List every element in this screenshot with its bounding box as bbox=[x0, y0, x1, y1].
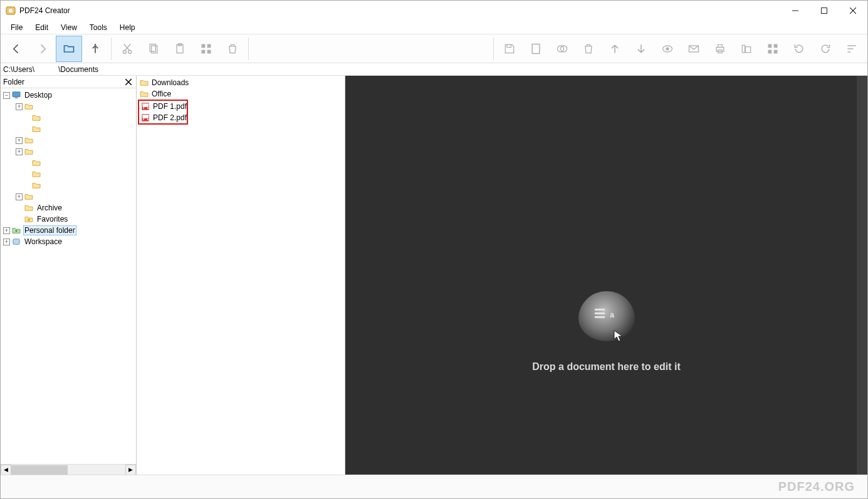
main-area: Folder − Desktop + + + + + + + + + + bbox=[1, 76, 867, 475]
collapse-icon[interactable]: − bbox=[3, 92, 10, 99]
desktop-icon bbox=[11, 91, 21, 100]
pdf-icon: PDF bbox=[140, 102, 150, 111]
brand-link[interactable]: PDF24.ORG bbox=[778, 480, 855, 494]
fax-button[interactable] bbox=[733, 36, 760, 62]
folder-tree-pane: Folder − Desktop + + + + + + + + + + bbox=[1, 76, 137, 475]
expand-icon[interactable]: + bbox=[16, 103, 23, 110]
forward-button[interactable] bbox=[29, 36, 56, 62]
tree-node-archive[interactable]: + Archive bbox=[1, 202, 136, 213]
tree-node-unnamed[interactable]: + bbox=[1, 168, 136, 180]
file-list-item-pdf2[interactable]: PDF PDF 2.pdf bbox=[139, 112, 187, 123]
svg-rect-28 bbox=[745, 46, 750, 52]
preview-vertical-scrollbar[interactable] bbox=[857, 76, 867, 475]
move-up-button[interactable] bbox=[602, 36, 628, 62]
expand-icon[interactable]: + bbox=[16, 148, 23, 155]
tree-node-unnamed[interactable]: + bbox=[1, 146, 136, 157]
toolbar bbox=[1, 34, 867, 63]
tree-node-unnamed[interactable]: + bbox=[1, 112, 136, 123]
preview-button[interactable] bbox=[654, 36, 681, 62]
back-button[interactable] bbox=[3, 36, 29, 62]
file-list-folder[interactable]: Office bbox=[138, 88, 343, 100]
folder-icon bbox=[31, 113, 41, 122]
up-folder-button[interactable] bbox=[82, 36, 108, 62]
tree-label: Desktop bbox=[23, 91, 53, 100]
tree-node-unnamed[interactable]: + bbox=[1, 157, 136, 168]
menu-help[interactable]: Help bbox=[113, 22, 142, 33]
tree-node-workspace[interactable]: + Workspace bbox=[1, 236, 136, 247]
tree-node-unnamed[interactable]: + bbox=[1, 191, 136, 202]
thumbnails-button[interactable] bbox=[193, 36, 219, 62]
status-bar: PDF24.ORG bbox=[1, 475, 867, 498]
svg-rect-14 bbox=[207, 44, 211, 48]
copy-button[interactable] bbox=[140, 36, 167, 62]
open-folder-button[interactable] bbox=[56, 36, 82, 62]
scroll-right-button[interactable]: ▶ bbox=[125, 465, 136, 475]
file-name: Downloads bbox=[152, 78, 189, 87]
file-list-item-pdf1[interactable]: PDF PDF 1.pdf bbox=[139, 101, 187, 112]
save-button[interactable] bbox=[496, 36, 523, 62]
title-bar: PDF24 Creator bbox=[1, 1, 867, 21]
path-bar[interactable]: C:\Users\ \Documents bbox=[1, 63, 867, 76]
new-blank-button[interactable] bbox=[523, 36, 549, 62]
svg-rect-31 bbox=[768, 49, 772, 53]
svg-rect-13 bbox=[202, 44, 206, 48]
sort-button[interactable] bbox=[839, 36, 865, 62]
expand-icon[interactable]: + bbox=[16, 193, 23, 200]
svg-text:PDF: PDF bbox=[143, 115, 150, 121]
star-folder-icon bbox=[24, 215, 34, 224]
scroll-left-button[interactable]: ◀ bbox=[1, 465, 11, 475]
print-button[interactable] bbox=[707, 36, 733, 62]
delete-button[interactable] bbox=[219, 36, 246, 62]
rotate-right-button[interactable] bbox=[812, 36, 839, 62]
menu-edit[interactable]: Edit bbox=[29, 22, 55, 33]
paste-button[interactable] bbox=[167, 36, 193, 62]
maximize-button[interactable] bbox=[810, 1, 839, 21]
folder-icon bbox=[24, 102, 34, 111]
cut-button[interactable] bbox=[114, 36, 140, 62]
tree-node-personal-folder[interactable]: + Personal folder bbox=[1, 225, 136, 236]
folder-icon bbox=[24, 203, 34, 212]
svg-rect-18 bbox=[532, 44, 540, 53]
folder-icon bbox=[24, 147, 34, 156]
folder-tree-header: Folder bbox=[1, 76, 136, 88]
folder-tree-title: Folder bbox=[3, 78, 123, 86]
scroll-thumb[interactable] bbox=[11, 465, 68, 475]
tree-node-unnamed[interactable]: + bbox=[1, 123, 136, 135]
svg-point-7 bbox=[123, 50, 126, 53]
path-left: C:\Users\ bbox=[3, 65, 34, 74]
menu-view[interactable]: View bbox=[55, 22, 83, 33]
tree-node-unnamed[interactable]: + bbox=[1, 135, 136, 146]
file-list-folder[interactable]: Downloads bbox=[138, 77, 343, 88]
preview-drop-zone[interactable]: a Drop a document here to edit it bbox=[345, 76, 867, 475]
tree-horizontal-scrollbar[interactable]: ◀ ▶ bbox=[1, 464, 136, 475]
tree-node-unnamed[interactable]: + bbox=[1, 180, 136, 191]
svg-rect-32 bbox=[774, 49, 778, 53]
tree-node-desktop[interactable]: − Desktop bbox=[1, 90, 136, 101]
expand-icon[interactable]: + bbox=[16, 137, 23, 144]
move-down-button[interactable] bbox=[628, 36, 654, 62]
selection-highlight: PDF PDF 1.pdf PDF PDF 2.pdf bbox=[138, 100, 188, 125]
close-button[interactable] bbox=[839, 1, 867, 21]
grid-view-button[interactable] bbox=[760, 36, 786, 62]
window-title: PDF24 Creator bbox=[19, 6, 70, 15]
personal-folder-icon bbox=[11, 226, 21, 235]
tree-label: Favorites bbox=[36, 215, 69, 224]
svg-rect-36 bbox=[14, 97, 18, 98]
tree-node-favorites[interactable]: + Favorites bbox=[1, 213, 136, 225]
folder-tree-close-button[interactable] bbox=[123, 77, 133, 87]
folder-icon bbox=[24, 136, 34, 145]
minimize-button[interactable] bbox=[781, 1, 810, 21]
delete-doc-button[interactable] bbox=[575, 36, 602, 62]
svg-point-1 bbox=[9, 9, 13, 13]
file-list-pane[interactable]: Downloads Office PDF PDF 1.pdf PDF PDF 2… bbox=[137, 76, 345, 475]
expand-icon[interactable]: + bbox=[3, 227, 10, 234]
email-button[interactable] bbox=[681, 36, 707, 62]
tree-node-unnamed[interactable]: + bbox=[1, 101, 136, 112]
rotate-left-button[interactable] bbox=[786, 36, 812, 62]
workspace-icon bbox=[11, 237, 21, 246]
merge-button[interactable] bbox=[549, 36, 575, 62]
menu-file[interactable]: File bbox=[4, 22, 29, 33]
expand-icon[interactable]: + bbox=[3, 239, 10, 245]
menu-tools[interactable]: Tools bbox=[83, 22, 113, 33]
folder-tree[interactable]: − Desktop + + + + + + + + + + Archive + bbox=[1, 88, 136, 464]
